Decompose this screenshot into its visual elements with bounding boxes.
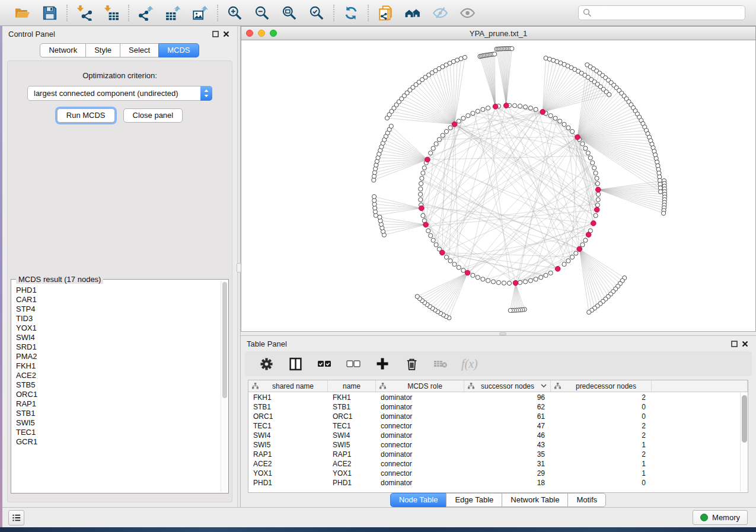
result-list-scrollbar[interactable]	[221, 281, 227, 492]
float-panel-button[interactable]	[729, 338, 739, 349]
graph-node[interactable]	[422, 166, 426, 170]
graph-node[interactable]	[461, 116, 465, 120]
table-row[interactable]: SWI5SWI5connector431	[248, 440, 739, 450]
hide-selected-button[interactable]	[432, 5, 448, 21]
graph-node[interactable]	[471, 111, 475, 116]
search-field[interactable]	[578, 5, 745, 20]
graph-node[interactable]	[523, 105, 527, 109]
tab-network[interactable]: Network	[40, 43, 86, 57]
apply-layout-button[interactable]	[343, 5, 359, 21]
graph-node[interactable]	[461, 268, 465, 273]
close-panel-button[interactable]: Close panel	[123, 108, 183, 123]
graph-node[interactable]	[596, 197, 600, 201]
graph-node[interactable]	[508, 308, 512, 312]
console-button[interactable]	[8, 510, 24, 525]
graph-node[interactable]	[419, 197, 423, 201]
mcds-result-item[interactable]: SWI4	[16, 333, 220, 342]
graph-node[interactable]	[548, 271, 553, 275]
graph-node[interactable]	[471, 273, 475, 277]
table-row[interactable]: SWI4SWI4dominator462	[248, 431, 739, 440]
tab-select[interactable]: Select	[120, 43, 159, 57]
table-row[interactable]: STB1STB1dominator620	[248, 402, 739, 412]
graph-node[interactable]	[444, 129, 448, 133]
graph-node[interactable]	[661, 211, 665, 215]
graph-node[interactable]	[523, 280, 527, 284]
mcds-result-item[interactable]: TID3	[16, 314, 220, 323]
graph-node[interactable]	[658, 190, 662, 194]
zoom-out-button[interactable]	[254, 5, 270, 21]
tab-edge-table[interactable]: Edge Table	[446, 493, 502, 507]
graph-hub-node[interactable]	[503, 103, 509, 108]
tab-node-table[interactable]: Node Table	[390, 493, 447, 507]
graph-node[interactable]	[462, 55, 467, 59]
graph-hub-node[interactable]	[577, 246, 582, 252]
graph-node[interactable]	[476, 275, 480, 280]
graph-node[interactable]	[592, 166, 596, 170]
table-row[interactable]: ORC1ORC1dominator610	[248, 412, 739, 421]
graph-hub-node[interactable]	[595, 187, 601, 193]
graph-hub-node[interactable]	[575, 134, 580, 140]
zoom-selected-button[interactable]	[308, 5, 325, 21]
export-network-button[interactable]	[138, 5, 154, 21]
graph-hub-node[interactable]	[493, 104, 498, 110]
graph-node[interactable]	[583, 238, 588, 242]
add-column-button[interactable]	[374, 355, 391, 372]
mcds-result-item[interactable]: STB5	[16, 380, 220, 390]
table-row[interactable]: YOX1YOX1connector291	[248, 469, 739, 478]
memory-button[interactable]: Memory	[693, 510, 748, 525]
graph-hub-node[interactable]	[419, 206, 425, 211]
graph-node[interactable]	[595, 181, 599, 185]
graph-node[interactable]	[486, 106, 490, 110]
column-header-successor-nodes[interactable]: successor nodes	[464, 380, 551, 392]
graph-node[interactable]	[452, 262, 457, 266]
graph-node[interactable]	[421, 213, 425, 217]
mcds-result-item[interactable]: YOX1	[16, 323, 220, 333]
table-row[interactable]: ACE2ACE2connector311	[248, 459, 739, 469]
graph-node[interactable]	[372, 194, 376, 198]
tab-network-table[interactable]: Network Table	[502, 493, 568, 507]
mcds-result-item[interactable]: STB1	[16, 409, 220, 418]
export-table-button[interactable]	[165, 5, 181, 21]
table-row[interactable]: TEC1TEC1connector472	[248, 421, 739, 431]
tab-style[interactable]: Style	[85, 43, 120, 57]
graph-node[interactable]	[457, 119, 461, 123]
zoom-in-button[interactable]	[227, 5, 243, 21]
graph-node[interactable]	[539, 275, 543, 280]
graph-node[interactable]	[431, 238, 435, 242]
graph-hub-node[interactable]	[540, 110, 546, 115]
graph-node[interactable]	[528, 106, 532, 110]
graph-node[interactable]	[419, 181, 423, 185]
graph-hub-node[interactable]	[513, 280, 518, 286]
graph-node[interactable]	[496, 280, 500, 284]
graph-node[interactable]	[583, 146, 588, 150]
column-chooser-button[interactable]	[287, 355, 304, 372]
deselect-all-button[interactable]	[345, 355, 362, 372]
graph-hub-node[interactable]	[586, 232, 591, 238]
column-header-name[interactable]: name	[328, 380, 376, 392]
close-panel-icon[interactable]	[739, 338, 750, 349]
scrollbar-thumb[interactable]	[222, 282, 227, 398]
graph-hub-node[interactable]	[555, 267, 560, 272]
graph-node[interactable]	[594, 213, 598, 217]
graph-node[interactable]	[448, 259, 452, 263]
mcds-result-item[interactable]: SRD1	[16, 342, 220, 352]
graph-node[interactable]	[587, 310, 591, 314]
clone-network-button[interactable]	[377, 5, 394, 21]
graph-node[interactable]	[580, 142, 585, 146]
graph-node[interactable]	[570, 129, 574, 133]
graph-node[interactable]	[457, 265, 461, 270]
graph-node[interactable]	[486, 278, 490, 283]
float-panel-button[interactable]	[210, 28, 221, 39]
show-all-button[interactable]	[459, 5, 476, 21]
save-session-button[interactable]	[42, 5, 58, 21]
graph-node[interactable]	[580, 243, 585, 247]
graph-node[interactable]	[544, 273, 548, 277]
delete-selected-button[interactable]	[403, 355, 420, 372]
graph-node[interactable]	[415, 294, 419, 299]
table-row[interactable]: FKH1FKH1dominator962	[248, 393, 739, 402]
graph-node[interactable]	[586, 151, 590, 155]
graph-node[interactable]	[562, 122, 566, 126]
graph-node[interactable]	[389, 124, 393, 128]
graph-hub-node[interactable]	[465, 270, 470, 275]
mcds-result-item[interactable]: FKH1	[16, 361, 220, 371]
